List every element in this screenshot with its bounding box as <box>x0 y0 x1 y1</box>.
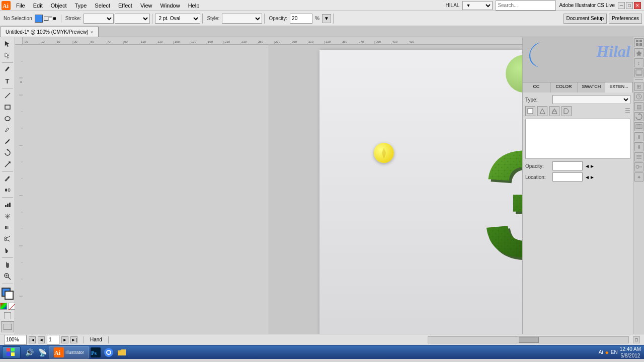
stroke-select[interactable] <box>84 14 114 24</box>
menu-edit[interactable]: Edit <box>29 2 47 10</box>
opacity-field[interactable] <box>552 161 583 170</box>
normal-view-btn[interactable] <box>4 312 11 319</box>
fr-btn-4[interactable] <box>634 68 643 77</box>
fill-icon[interactable]: ◼ <box>53 16 59 21</box>
right-tab-swatch[interactable]: SWATCH <box>578 82 606 93</box>
doc-setup-button[interactable]: Document Setup <box>564 14 607 24</box>
zoom-input[interactable] <box>4 335 27 345</box>
panel-tool-4[interactable] <box>561 106 572 116</box>
fr-btn-11[interactable]: ⬇ <box>634 142 643 151</box>
scissors-tool[interactable] <box>1 233 14 244</box>
opacity-options-btn[interactable]: ▼ <box>322 14 331 23</box>
menu-type[interactable]: Type <box>71 2 91 10</box>
selection-tool[interactable] <box>1 38 14 49</box>
taskbar-chrome-icon[interactable] <box>102 346 115 358</box>
eyedropper-tool[interactable] <box>1 173 14 185</box>
fr-btn-6[interactable] <box>634 92 643 101</box>
fr-btn-2[interactable] <box>634 48 643 57</box>
h-scrollbar[interactable] <box>428 336 629 343</box>
step-back-btn[interactable]: ◄ <box>38 336 45 343</box>
taskbar-lang[interactable]: EN <box>611 349 618 355</box>
document-tab[interactable]: Untitled-1* @ 100% (CMYK/Preview) × <box>0 27 99 37</box>
right-tab-color[interactable]: COLOR <box>550 82 578 93</box>
brush-tool[interactable] <box>1 136 14 147</box>
screen-mode-btn[interactable] <box>1 321 14 332</box>
stroke-box[interactable] <box>5 291 14 300</box>
taskbar-folder-icon[interactable] <box>115 346 128 358</box>
panel-tool-1[interactable] <box>525 106 535 116</box>
gradient-tool[interactable] <box>1 222 14 233</box>
line-tool[interactable] <box>1 90 14 101</box>
taskbar-ps-icon[interactable]: Ps <box>89 346 102 358</box>
taskbar-icon-2[interactable]: 📡 <box>36 346 49 358</box>
location-slider-handle[interactable]: ◄► <box>585 174 595 180</box>
column-graph-tool[interactable] <box>1 199 14 210</box>
mesh-tool[interactable] <box>1 211 14 222</box>
fr-btn-8[interactable] <box>634 112 643 121</box>
scroll-corner[interactable]: □ <box>633 336 640 343</box>
taskbar-ai-tray[interactable]: Ai <box>599 349 603 355</box>
account-dropdown[interactable]: ▼ <box>462 1 493 10</box>
step-forward-btn[interactable]: ► <box>61 336 68 343</box>
search-input[interactable] <box>496 1 556 11</box>
right-tab-extend[interactable]: EXTEN... <box>605 82 633 93</box>
fr-btn-12[interactable] <box>634 152 643 161</box>
panel-tool-2[interactable] <box>537 106 547 116</box>
start-button[interactable] <box>2 346 21 358</box>
fr-btn-10[interactable]: ⬆ <box>634 132 643 141</box>
opacity-input[interactable] <box>290 14 312 24</box>
brush-select[interactable]: 2 pt. Oval <box>155 14 200 24</box>
h-scrollbar-thumb[interactable] <box>519 337 539 343</box>
pencil-tool[interactable] <box>1 124 14 135</box>
pen-tool[interactable] <box>1 64 14 75</box>
fr-btn-3[interactable]: ↕ <box>634 58 643 67</box>
hand-tool[interactable] <box>1 259 14 270</box>
fr-btn-5[interactable]: ⊞ <box>634 82 643 91</box>
panel-options-btn[interactable]: ☰ <box>625 108 630 115</box>
stroke-swatch[interactable] <box>44 17 52 21</box>
menu-file[interactable]: File <box>12 2 29 10</box>
right-tab-cc[interactable]: CC <box>523 82 550 93</box>
menu-effect[interactable]: Effect <box>114 2 136 10</box>
stroke-value-select[interactable] <box>115 14 150 24</box>
fr-btn-1[interactable] <box>634 38 643 47</box>
maximize-btn[interactable]: □ <box>626 2 633 9</box>
fr-btn-7[interactable]: ▤ <box>634 102 643 111</box>
tab-close-btn[interactable]: × <box>91 30 93 35</box>
none-mode-btn[interactable] <box>8 303 15 310</box>
menu-window[interactable]: Window <box>156 2 184 10</box>
menu-select[interactable]: Select <box>91 2 114 10</box>
close-btn[interactable]: ✕ <box>634 2 641 9</box>
location-field[interactable] <box>552 172 583 182</box>
color-mode-btn[interactable] <box>0 303 7 310</box>
taskbar-icon-1[interactable]: 🔊 <box>23 346 36 358</box>
taskbar-illustrator-tray[interactable]: ● <box>605 349 609 356</box>
fill-color-swatch[interactable] <box>35 15 43 23</box>
preferences-button[interactable]: Preferences <box>609 14 642 24</box>
opacity-slider-handle[interactable]: ◄► <box>585 163 595 169</box>
blend-tool[interactable] <box>1 185 14 196</box>
page-input[interactable] <box>47 335 59 345</box>
slice-tool[interactable] <box>1 245 14 256</box>
fr-btn-14[interactable]: ✦ <box>634 172 643 182</box>
next-page-btn[interactable]: ►| <box>70 336 77 343</box>
menu-view[interactable]: View <box>136 2 156 10</box>
rotate-tool[interactable] <box>1 147 14 158</box>
style-select[interactable] <box>222 14 262 24</box>
prev-page-btn[interactable]: |◄ <box>29 336 36 343</box>
menu-help[interactable]: Help <box>184 2 204 10</box>
type-tool[interactable]: T <box>1 75 14 86</box>
canvas-area[interactable]: 3D 3D 3D 3D 3D <box>269 45 523 334</box>
direct-selection-tool[interactable] <box>1 50 14 61</box>
rect-tool[interactable] <box>1 102 14 113</box>
fr-btn-9[interactable] <box>634 122 643 131</box>
taskbar-ai-icon[interactable]: Ai Illustrator <box>49 346 89 358</box>
minimize-btn[interactable]: ─ <box>618 2 625 9</box>
brush-cursor[interactable] <box>374 143 394 163</box>
zoom-tool[interactable] <box>1 271 14 282</box>
ellipse-tool[interactable] <box>1 113 14 124</box>
scale-tool[interactable] <box>1 159 14 170</box>
menu-object[interactable]: Object <box>47 2 71 10</box>
type-select[interactable] <box>552 95 630 104</box>
panel-tool-3[interactable] <box>549 106 559 116</box>
